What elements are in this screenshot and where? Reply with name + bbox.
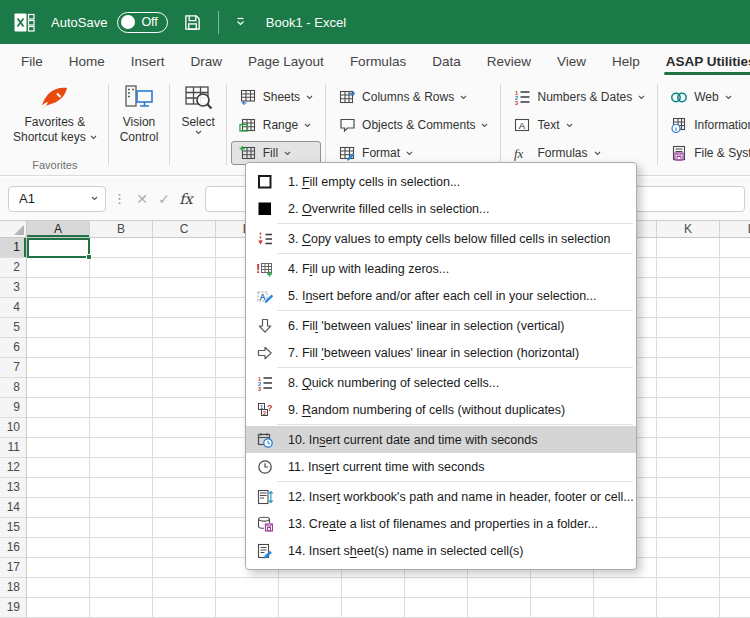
column-header-l[interactable]: L [720,221,750,237]
ribbon-button-label: File & System [694,146,750,160]
tab-asap-utilities[interactable]: ASAP Utilities [653,48,750,78]
tab-review[interactable]: Review [474,48,544,78]
row-header-16[interactable]: 16 [0,538,26,558]
tab-home[interactable]: Home [56,48,118,78]
ribbon-button-numbers-dates[interactable]: 123Numbers & Dates [505,85,653,109]
menu-item-3[interactable]: 3. Copy values to empty cells below fill… [246,225,636,252]
row-header-7[interactable]: 7 [0,358,26,378]
ribbon-button-information[interactable]: iInformation [662,113,750,137]
menu-item-label: 11. Insert current time with seconds [288,460,484,474]
row-header-9[interactable]: 9 [0,398,26,418]
information-icon: i [670,117,688,133]
menu-item-13[interactable]: 13. Create a list of filenames and prope… [246,510,636,537]
ribbon-button-label: Format [362,146,400,160]
vision-control-icon [123,83,155,113]
row-header-6[interactable]: 6 [0,338,26,358]
menu-item-9[interactable]: 12?9. Random numbering of cells (without… [246,396,636,423]
ribbon-group-favorites-shortcut-keys: Favorites &Shortcut keysFavorites [6,81,104,175]
column-header-b[interactable]: B [90,221,153,237]
ribbon-button-range[interactable]: Range [231,113,321,137]
ribbon-group-separator [500,84,501,165]
selected-cell-a1[interactable] [27,238,90,258]
row-header-8[interactable]: 8 [0,378,26,398]
select-icon [182,83,214,113]
row-header-13[interactable]: 13 [0,478,26,498]
name-box[interactable]: A1 [8,186,106,212]
fill-icon [239,145,257,161]
tab-insert[interactable]: Insert [118,48,178,78]
row-header-10[interactable]: 10 [0,418,26,438]
ribbon-button-text[interactable]: AText [505,113,653,137]
ribbon-group-vision-control: VisionControl [113,81,166,175]
menu-item-6[interactable]: 6. Fill 'between values' linear in selec… [246,312,636,339]
save-icon[interactable] [183,13,202,32]
tab-draw[interactable]: Draw [178,48,236,78]
menu-item-2[interactable]: 2. Overwrite filled cells in selection..… [246,195,636,222]
ribbon-button-label: Favorites & [25,115,86,130]
menu-item-5[interactable]: A5. Insert before and/or after each cell… [246,282,636,309]
chevron [195,130,202,135]
row-header-3[interactable]: 3 [0,278,26,298]
menu-item-4[interactable]: !4. Fill up with leading zeros... [246,255,636,282]
column-header-k[interactable]: K [657,221,720,237]
row-header-1[interactable]: 1 [0,238,26,258]
ribbon-button-label: Columns & Rows [362,90,454,104]
ribbon-button-objects-comments[interactable]: Objects & Comments [330,113,496,137]
select-all-corner[interactable] [0,221,27,237]
menu-item-12[interactable]: 12. Insert workbook's path and name in h… [246,483,636,510]
ribbon-button-label: Web [694,90,718,104]
tab-data[interactable]: Data [419,48,474,78]
chevron [306,95,313,100]
tab-view[interactable]: View [544,48,599,78]
sheet-name-icon [256,543,273,559]
row-header-15[interactable]: 15 [0,518,26,538]
ribbon-button-web[interactable]: Web [662,85,750,109]
svg-text:3: 3 [258,385,261,391]
row-header-19[interactable]: 19 [0,598,26,618]
ribbon-button-sheets[interactable]: Sheets [231,85,321,109]
row-header-17[interactable]: 17 [0,558,26,578]
tab-help[interactable]: Help [599,48,653,78]
enter-icon[interactable]: ✓ [153,191,175,207]
menu-item-1[interactable]: 1. Fill empty cells in selection... [246,168,636,195]
ribbon-group-separator [169,84,170,165]
autosave-toggle[interactable]: Off [117,12,167,33]
cancel-icon[interactable]: ✕ [131,191,153,207]
ribbon-button-file-system[interactable]: File & System [662,141,750,165]
formula-bar-handle: ⋮ [113,191,126,206]
row-header-5[interactable]: 5 [0,318,26,338]
menu-item-label: 2. Overwrite filled cells in selection..… [288,202,490,216]
fill-handle[interactable] [86,254,92,260]
ribbon-button-favorites-shortcut-keys[interactable]: Favorites &Shortcut keys [6,81,104,147]
row-header-18[interactable]: 18 [0,578,26,598]
menu-item-11[interactable]: 11. Insert current time with seconds [246,453,636,480]
row-header-14[interactable]: 14 [0,498,26,518]
quick-access-toolbar-chevron-icon[interactable] [234,17,247,27]
menu-item-label: 7. Fill 'between values' linear in selec… [288,346,579,360]
ribbon-button-select[interactable]: Select [174,81,221,137]
column-header-a[interactable]: A [27,221,90,237]
ribbon-button-columns-rows[interactable]: Columns & Rows [330,85,496,109]
menu-item-8[interactable]: 1238. Quick numbering of selected cells.… [246,369,636,396]
menu-separator [277,310,633,311]
random-numbering-icon: 12? [256,402,273,418]
row-header-2[interactable]: 2 [0,258,26,278]
tab-formulas[interactable]: Formulas [337,48,419,78]
menu-separator [277,481,633,482]
ribbon-button-vision-control[interactable]: VisionControl [113,81,166,147]
insert-function-icon[interactable]: fx [175,191,197,207]
tab-page-layout[interactable]: Page Layout [235,48,337,78]
svg-text:!: ! [257,261,260,276]
row-header-12[interactable]: 12 [0,458,26,478]
column-header-c[interactable]: C [153,221,216,237]
tab-file[interactable]: File [8,48,56,78]
row-header-4[interactable]: 4 [0,298,26,318]
menu-item-7[interactable]: 7. Fill 'between values' linear in selec… [246,339,636,366]
svg-text:3: 3 [515,100,518,106]
row-header-11[interactable]: 11 [0,438,26,458]
menu-item-10[interactable]: 10. Insert current date and time with se… [246,426,636,453]
ribbon-button-label: Fill [263,146,278,160]
text-icon: A [513,117,531,133]
menu-item-14[interactable]: 14. Insert sheet(s) name in selected cel… [246,537,636,564]
autosave-toggle-knob [121,15,135,29]
